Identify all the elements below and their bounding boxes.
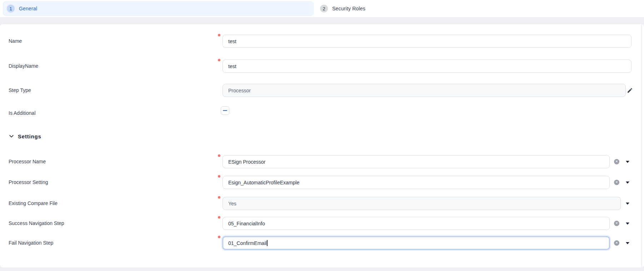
fail-navigation-step-field-label: Fail Navigation Step (9, 236, 53, 250)
is-additional-checkbox[interactable] (221, 106, 229, 115)
processor-setting-input[interactable]: Esign_AutomaticProfileExample (223, 176, 610, 189)
name-field-label: Name (9, 35, 22, 48)
wizard-tab-bar: 1 General 2 Security Roles (0, 0, 644, 17)
processor-name-field-row: Processor Name ESign Processor ✕ (0, 155, 644, 168)
dropdown-caret-icon[interactable] (626, 181, 629, 184)
is-additional-field-label: Is Additional (9, 109, 36, 117)
step-type-field-label: Step Type (9, 84, 31, 97)
required-indicator (218, 196, 220, 199)
fail-navigation-step-field-row: Fail Navigation Step 01_ConfirmEmail ✕ (0, 236, 644, 250)
dropdown-caret-icon[interactable] (626, 223, 629, 225)
success-navigation-step-field-row: Success Navigation Step 05_FinancialInfo… (0, 217, 644, 230)
processor-name-input[interactable]: ESign Processor (223, 155, 610, 168)
tab-general-label: General (19, 6, 37, 11)
success-navigation-step-input-value: 05_FinancialInfo (228, 221, 265, 226)
required-indicator (218, 59, 220, 61)
clear-icon[interactable]: ✕ (614, 240, 619, 246)
processor-setting-field-label: Processor Setting (9, 176, 48, 189)
dropdown-caret-icon[interactable] (626, 203, 629, 205)
is-additional-field-row: Is Additional (0, 106, 644, 116)
edit-icon[interactable] (627, 87, 633, 93)
existing-compare-file-input-value: Yes (228, 201, 236, 206)
tab-security-roles-number-badge: 2 (320, 5, 328, 12)
name-input-value: test (228, 39, 236, 44)
settings-section-title: Settings (18, 133, 41, 139)
processor-setting-input-value: Esign_AutomaticProfileExample (228, 180, 299, 185)
clear-icon[interactable]: ✕ (614, 221, 619, 226)
form-panel: Name test DisplayName test Step Type Pro… (0, 24, 644, 267)
tab-security-roles[interactable]: 2 Security Roles (316, 1, 627, 16)
tab-general[interactable]: 1 General (3, 1, 314, 16)
display-name-input[interactable]: test (223, 60, 631, 73)
required-indicator (218, 154, 220, 157)
step-type-field-row: Step Type Processor (0, 84, 644, 97)
clear-icon[interactable]: ✕ (614, 180, 619, 185)
tab-general-number-badge: 1 (7, 5, 15, 12)
existing-compare-file-field-label: Existing Compare File (9, 197, 58, 210)
chevron-down-icon (9, 133, 14, 139)
success-navigation-step-field-label: Success Navigation Step (9, 217, 64, 230)
step-type-input: Processor (223, 84, 626, 97)
required-indicator (218, 236, 220, 238)
display-name-input-value: test (228, 63, 236, 69)
indeterminate-dash-icon (223, 110, 227, 111)
processor-name-input-value: ESign Processor (228, 159, 265, 165)
processor-setting-field-row: Processor Setting Esign_AutomaticProfile… (0, 176, 644, 189)
required-indicator (218, 175, 220, 178)
dropdown-caret-icon[interactable] (626, 242, 629, 244)
display-name-field-label: DisplayName (9, 60, 38, 73)
panel-right-divider (641, 24, 642, 267)
text-cursor (267, 240, 268, 246)
display-name-field-row: DisplayName test (0, 60, 644, 73)
processor-name-field-label: Processor Name (9, 155, 46, 168)
fail-navigation-step-input-value: 01_ConfirmEmail (228, 240, 266, 246)
fail-navigation-step-input[interactable]: 01_ConfirmEmail (223, 236, 610, 250)
clear-icon[interactable]: ✕ (614, 159, 619, 164)
required-indicator (218, 216, 220, 219)
required-indicator (218, 34, 220, 36)
name-field-row: Name test (0, 35, 644, 48)
dropdown-caret-icon[interactable] (626, 161, 629, 163)
existing-compare-file-input: Yes (223, 197, 621, 210)
name-input[interactable]: test (223, 35, 631, 48)
step-type-input-value: Processor (228, 88, 251, 93)
existing-compare-file-field-row: Existing Compare File Yes (0, 197, 644, 210)
settings-section-toggle[interactable]: Settings (9, 132, 41, 140)
tab-security-roles-label: Security Roles (332, 6, 365, 11)
success-navigation-step-input[interactable]: 05_FinancialInfo (223, 217, 610, 230)
